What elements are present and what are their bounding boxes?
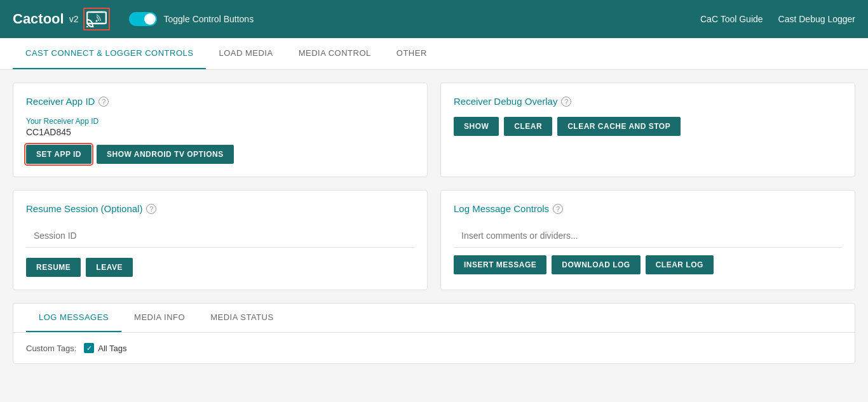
receiver-app-id-value: CC1AD845 <box>26 127 414 137</box>
resume-session-title: Resume Session (Optional) ? <box>26 203 414 214</box>
receiver-app-id-help-icon[interactable]: ? <box>98 97 109 107</box>
log-message-controls-card: Log Message Controls ? INSERT MESSAGE DO… <box>440 190 855 290</box>
log-message-input[interactable] <box>454 224 842 248</box>
resume-button[interactable]: RESUME <box>26 258 81 277</box>
tab-other[interactable]: OTHER <box>384 38 440 69</box>
download-log-button[interactable]: DOWNLOAD LOG <box>552 255 640 274</box>
show-android-tv-options-button[interactable]: SHOW ANDROID TV OPTIONS <box>97 145 234 164</box>
main-content: Receiver App ID ? Your Receiver App ID C… <box>0 70 868 377</box>
app-logo: Cactool v2 <box>13 8 110 30</box>
cast-debug-logger-link[interactable]: Cast Debug Logger <box>778 14 855 24</box>
receiver-app-id-input-label: Your Receiver App ID <box>26 117 414 126</box>
all-tags-checkbox-wrapper[interactable]: ✓ All Tags <box>84 343 126 353</box>
bottom-nav: LOG MESSAGES MEDIA INFO MEDIA STATUS <box>13 304 855 333</box>
all-tags-checkbox[interactable]: ✓ <box>84 343 94 353</box>
header-links: CaC Tool Guide Cast Debug Logger <box>700 14 855 24</box>
tab-cast-connect[interactable]: CAST CONNECT & LOGGER CONTROLS <box>13 38 206 69</box>
receiver-debug-overlay-help-icon[interactable]: ? <box>561 97 571 107</box>
app-name: Cactool <box>13 11 64 27</box>
receiver-app-id-btn-group: SET APP ID SHOW ANDROID TV OPTIONS <box>26 145 414 164</box>
clear-log-button[interactable]: CLEAR LOG <box>646 255 714 274</box>
bottom-section: LOG MESSAGES MEDIA INFO MEDIA STATUS Cus… <box>13 303 855 364</box>
leave-button[interactable]: LEAVE <box>86 258 133 277</box>
insert-message-button[interactable]: INSERT MESSAGE <box>454 255 546 274</box>
toggle-thumb <box>144 13 156 25</box>
cast-icon <box>86 11 107 27</box>
resume-session-btn-group: RESUME LEAVE <box>26 258 414 277</box>
main-nav: CAST CONNECT & LOGGER CONTROLS LOAD MEDI… <box>0 38 868 70</box>
receiver-app-id-card: Receiver App ID ? Your Receiver App ID C… <box>13 83 428 177</box>
svg-point-2 <box>96 20 98 22</box>
session-id-input[interactable] <box>26 224 414 248</box>
receiver-debug-overlay-title: Receiver Debug Overlay ? <box>454 96 842 107</box>
cast-icon-wrapper[interactable] <box>83 8 110 30</box>
tab-media-status[interactable]: MEDIA STATUS <box>198 304 286 332</box>
custom-tags-label: Custom Tags: <box>26 344 76 353</box>
log-btn-group: INSERT MESSAGE DOWNLOAD LOG CLEAR LOG <box>454 255 842 274</box>
clear-cache-stop-button[interactable]: CLEAR CACHE AND STOP <box>557 117 681 136</box>
tab-log-messages[interactable]: LOG MESSAGES <box>26 304 121 332</box>
set-app-id-button[interactable]: SET APP ID <box>26 145 92 164</box>
cac-tool-guide-link[interactable]: CaC Tool Guide <box>700 14 763 24</box>
toggle-label: Toggle Control Buttons <box>163 14 254 24</box>
tab-load-media[interactable]: LOAD MEDIA <box>206 38 285 69</box>
bottom-cards-row: Resume Session (Optional) ? RESUME LEAVE… <box>13 190 855 290</box>
app-header: Cactool v2 Toggle Control Buttons CaC To… <box>0 0 868 38</box>
checkbox-check-icon: ✓ <box>86 344 92 352</box>
app-version: v2 <box>69 14 79 24</box>
show-debug-button[interactable]: SHOW <box>454 117 499 136</box>
receiver-debug-overlay-card: Receiver Debug Overlay ? SHOW CLEAR CLEA… <box>440 83 855 177</box>
all-tags-label: All Tags <box>98 344 126 353</box>
toggle-area: Toggle Control Buttons <box>129 12 700 26</box>
toggle-control[interactable] <box>129 12 157 26</box>
bottom-content-area: Custom Tags: ✓ All Tags <box>13 333 855 363</box>
log-message-controls-help-icon[interactable]: ? <box>553 204 563 214</box>
receiver-app-id-title: Receiver App ID ? <box>26 96 414 107</box>
resume-session-help-icon[interactable]: ? <box>146 204 156 214</box>
svg-point-1 <box>86 26 88 27</box>
clear-debug-button[interactable]: CLEAR <box>504 117 552 136</box>
log-message-controls-title: Log Message Controls ? <box>454 203 842 214</box>
debug-overlay-btn-group: SHOW CLEAR CLEAR CACHE AND STOP <box>454 117 842 136</box>
resume-session-card: Resume Session (Optional) ? RESUME LEAVE <box>13 190 428 290</box>
top-cards-row: Receiver App ID ? Your Receiver App ID C… <box>13 83 855 177</box>
tab-media-control[interactable]: MEDIA CONTROL <box>286 38 384 69</box>
tab-media-info[interactable]: MEDIA INFO <box>121 304 198 332</box>
